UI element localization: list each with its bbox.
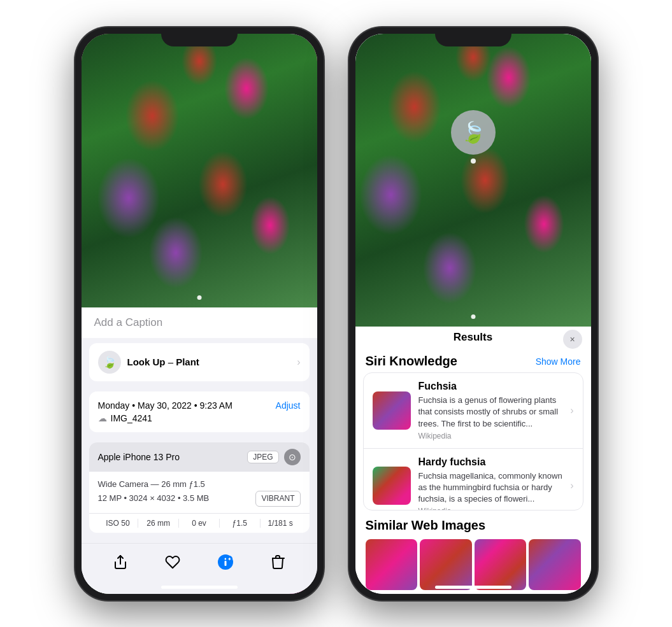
- caption-placeholder[interactable]: Add a Caption: [94, 316, 163, 328]
- hardy-content: Hardy fuchsia Fuchsia magellanica, commo…: [418, 456, 563, 511]
- results-sheet: Results × Siri Knowledge Show More Fu: [355, 316, 591, 594]
- similar-image-2[interactable]: [420, 539, 472, 590]
- format-badges: JPEG ⊙: [247, 449, 300, 465]
- resolution-row: 12 MP • 3024 × 4032 • 3.5 MB VIBRANT: [98, 491, 301, 507]
- dot-right-1: [471, 314, 475, 319]
- similar-image-1[interactable]: [366, 539, 418, 590]
- exif-focal: 26 mm: [138, 519, 179, 528]
- photo-area[interactable]: [82, 34, 317, 307]
- show-more-button[interactable]: Show More: [536, 356, 581, 367]
- dot-indicator: [197, 295, 201, 300]
- camera-specs: Wide Camera — 26 mm ƒ1.5 12 MP • 3024 × …: [89, 472, 310, 514]
- siri-knowledge-label: Siri Knowledge: [366, 354, 457, 369]
- fuchsia-chevron-icon: ›: [570, 405, 573, 416]
- sheet-title: Results: [454, 331, 492, 344]
- left-phone: Add a Caption 🍃 Look Up – Plant › Monday…: [75, 27, 324, 600]
- siri-knowledge-header: Siri Knowledge Show More: [355, 349, 591, 372]
- device-header: Apple iPhone 13 Pro JPEG ⊙: [89, 442, 310, 472]
- fuchsia-description: Fuchsia is a genus of flowering plants t…: [418, 395, 563, 430]
- knowledge-item-hardy[interactable]: Hardy fuchsia Fuchsia magellanica, commo…: [364, 448, 583, 511]
- svg-rect-8: [224, 561, 226, 566]
- right-phone: 🍃 Results × Siri Knowledge Sh: [349, 27, 597, 600]
- dot-indicator-right: [471, 314, 475, 319]
- knowledge-item-fuchsia[interactable]: Fuchsia Fuchsia is a genus of flowering …: [364, 373, 583, 448]
- exif-aperture: ƒ1.5: [220, 519, 261, 528]
- siri-bubble: 🍃: [451, 110, 496, 155]
- hardy-thumbnail: [373, 467, 411, 505]
- close-icon: ×: [569, 334, 575, 344]
- hardy-description: Fuchsia magellanica, commonly known as t…: [418, 470, 563, 505]
- meta-section: Monday • May 30, 2022 • 9:23 AM Adjust ☁…: [89, 391, 310, 432]
- exif-ev: 0 ev: [179, 519, 220, 528]
- siri-dot: [471, 159, 476, 164]
- location-icon: ⊙: [284, 449, 301, 465]
- vibrant-badge: VIBRANT: [255, 491, 300, 507]
- close-button[interactable]: ×: [563, 330, 582, 349]
- exif-row: ISO 50 26 mm 0 ev ƒ1.5 1/181 s: [89, 513, 310, 533]
- knowledge-card: Fuchsia Fuchsia is a genus of flowering …: [363, 372, 583, 510]
- home-indicator[interactable]: [161, 586, 238, 589]
- fuchsia-content: Fuchsia Fuchsia is a genus of flowering …: [418, 381, 563, 440]
- home-indicator-right[interactable]: [435, 586, 511, 589]
- lookup-icon: 🍃: [98, 351, 121, 374]
- share-button[interactable]: [106, 548, 134, 576]
- similar-images-grid: [366, 539, 581, 590]
- flower-image-right: [355, 34, 591, 327]
- fuchsia-source: Wikipedia: [418, 432, 563, 440]
- lookup-label: Look Up – Plant: [127, 356, 199, 367]
- filename: IMG_4241: [111, 413, 152, 423]
- dot-1: [197, 295, 201, 300]
- exif-iso: ISO 50: [98, 519, 139, 528]
- device-name: Apple iPhone 13 Pro: [98, 452, 180, 462]
- fuchsia-title: Fuchsia: [418, 381, 563, 392]
- hardy-title: Hardy fuchsia: [418, 456, 563, 468]
- format-badge: JPEG: [247, 451, 278, 463]
- exif-shutter: 1/181 s: [261, 519, 301, 528]
- flower-image: [82, 34, 317, 307]
- adjust-button[interactable]: Adjust: [276, 400, 301, 411]
- device-section: Apple iPhone 13 Pro JPEG ⊙ Wide Camera —…: [89, 442, 310, 533]
- camera-spec-text: Wide Camera — 26 mm ƒ1.5: [98, 478, 301, 491]
- notch-right: [435, 27, 511, 46]
- resolution-text: 12 MP • 3024 × 4032 • 3.5 MB: [98, 492, 210, 505]
- cloud-icon: ☁: [98, 413, 107, 423]
- similar-image-4[interactable]: [529, 539, 581, 590]
- info-button[interactable]: ✦: [211, 548, 239, 576]
- similar-image-3[interactable]: [475, 539, 527, 590]
- lookup-row[interactable]: 🍃 Look Up – Plant ›: [89, 343, 310, 381]
- fuchsia-thumbnail: [373, 391, 411, 430]
- photo-date: Monday • May 30, 2022 • 9:23 AM: [98, 400, 232, 411]
- left-phone-screen: Add a Caption 🍃 Look Up – Plant › Monday…: [82, 34, 317, 594]
- chevron-right-icon: ›: [297, 356, 300, 368]
- photo-area-right: 🍃: [355, 34, 591, 327]
- delete-button[interactable]: [264, 548, 292, 576]
- caption-row[interactable]: Add a Caption: [82, 307, 317, 338]
- favorite-button[interactable]: [159, 548, 187, 576]
- svg-text:✦: ✦: [227, 556, 231, 562]
- similar-section: Similar Web Images: [355, 511, 591, 594]
- hardy-chevron-icon: ›: [570, 480, 573, 491]
- notch: [161, 27, 238, 46]
- sheet-header: Results ×: [355, 325, 591, 349]
- right-phone-screen: 🍃 Results × Siri Knowledge Sh: [355, 34, 591, 594]
- similar-images-label: Similar Web Images: [366, 518, 581, 533]
